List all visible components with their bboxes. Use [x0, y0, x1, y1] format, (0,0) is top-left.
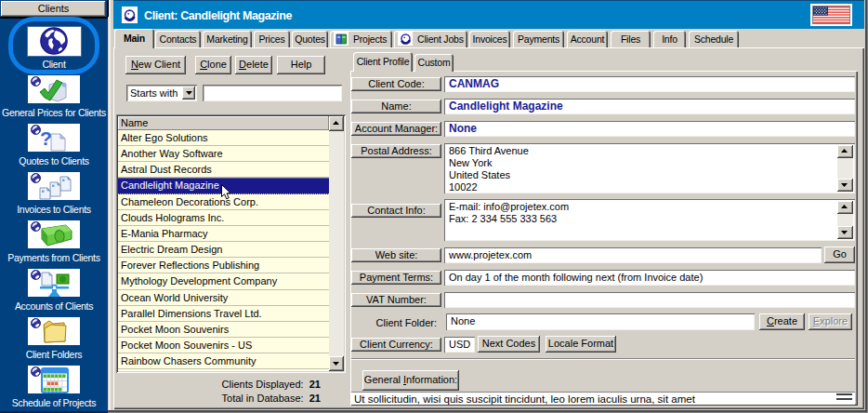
svg-text:?: ?: [40, 127, 52, 149]
